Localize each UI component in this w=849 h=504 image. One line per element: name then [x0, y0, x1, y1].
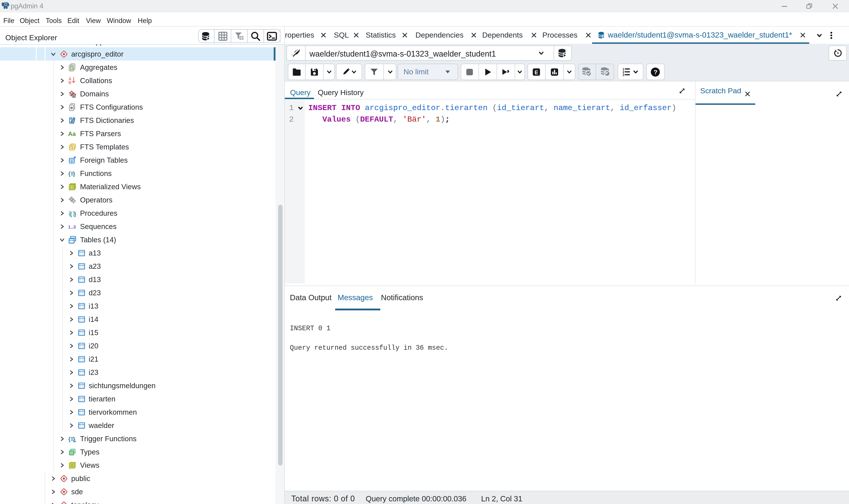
svg-text:1: 1 [507, 69, 508, 73]
svg-text:}: } [73, 170, 75, 177]
svg-text:3: 3 [622, 73, 625, 76]
svg-text:{: { [70, 211, 72, 217]
svg-text:B: B [69, 80, 71, 85]
svg-text:?: ? [653, 69, 657, 75]
svg-text:E: E [535, 69, 538, 75]
svg-text:1..3: 1..3 [68, 224, 76, 229]
svg-text:Aa: Aa [68, 130, 76, 137]
svg-text:{: { [68, 170, 71, 177]
svg-text:}: } [74, 211, 76, 217]
svg-text:{: { [68, 435, 71, 442]
